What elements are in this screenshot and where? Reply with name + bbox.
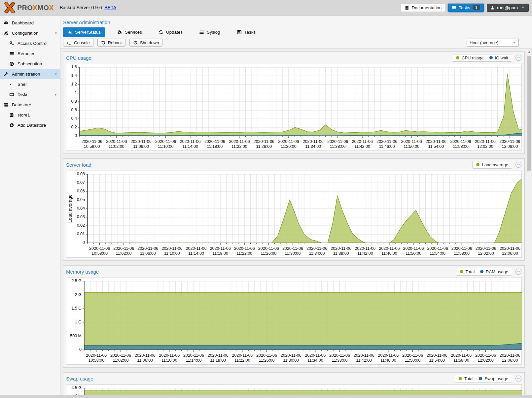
svg-text:2020-11-06: 2020-11-06 xyxy=(208,353,229,358)
collapse-panel-icon[interactable] xyxy=(515,54,522,61)
collapse-panel-icon[interactable] xyxy=(515,161,522,168)
svg-text:2020-11-06: 2020-11-06 xyxy=(331,246,351,251)
svg-text:2020-11-06: 2020-11-06 xyxy=(89,246,110,251)
database-icon xyxy=(9,113,15,117)
svg-text:11:14:00: 11:14:00 xyxy=(188,251,204,256)
svg-text:2020-11-06: 2020-11-06 xyxy=(204,139,225,144)
svg-text:2020-11-06: 2020-11-06 xyxy=(305,353,326,358)
button-label: Console xyxy=(74,40,90,45)
app-window: PROXMOX Backup Server 0.9-6 BETA Documen… xyxy=(0,0,532,398)
svg-text:0.05: 0.05 xyxy=(77,197,85,202)
reboot-icon xyxy=(101,40,106,45)
sidebar-item-administration[interactable]: Administration▾ xyxy=(0,69,60,79)
sidebar-item-disks[interactable]: Disks▸ xyxy=(0,89,60,100)
svg-text:2020-11-06: 2020-11-06 xyxy=(329,353,350,358)
chevron-down-icon[interactable]: ▾ xyxy=(55,31,57,35)
tab-updates[interactable]: Updates xyxy=(154,27,187,37)
gears-icon xyxy=(117,30,122,35)
tab-syslog[interactable]: Syslog xyxy=(195,27,225,37)
svg-text:2020-11-06: 2020-11-06 xyxy=(426,139,446,144)
sidebar-item-store1[interactable]: store1 xyxy=(0,110,60,120)
reboot-button[interactable]: Reboot xyxy=(97,39,125,47)
svg-text:2020-11-06: 2020-11-06 xyxy=(500,353,520,358)
tab-serverstatus[interactable]: ServerStatus xyxy=(63,27,105,37)
chart-svg: 0500 M1 G1.5 G2 G2.5 G2020-11-0610:58:00… xyxy=(66,278,522,364)
proxmox-logo-icon xyxy=(3,2,16,14)
svg-text:11:38:00: 11:38:00 xyxy=(330,144,346,149)
sidebar-item-shell[interactable]: >_Shell xyxy=(0,79,60,89)
chevron-down-icon xyxy=(512,41,516,45)
svg-text:1.6: 1.6 xyxy=(71,65,77,69)
svg-text:2020-11-06: 2020-11-06 xyxy=(161,246,182,251)
legend-dot-icon xyxy=(456,56,459,59)
chart-svg: 00.20.40.60.811.21.41.62020-11-0610:58:0… xyxy=(66,64,522,150)
svg-text:11:46:00: 11:46:00 xyxy=(380,358,396,363)
chart-area: 00.20.40.60.811.21.41.62020-11-0610:58:0… xyxy=(66,64,522,151)
legend-dot-icon xyxy=(489,56,493,59)
sidebar-item-dashboard[interactable]: Dashboard xyxy=(0,18,60,28)
shutdown-button[interactable]: Shutdown xyxy=(129,39,163,47)
svg-text:11:50:00: 11:50:00 xyxy=(406,251,421,256)
legend-label: Total xyxy=(464,376,473,381)
toolbar: >_ConsoleRebootShutdown Hour (average) xyxy=(60,37,532,49)
tab-tasks[interactable]: Tasks xyxy=(232,27,260,37)
tab-label: Services xyxy=(125,30,142,35)
svg-text:11:22:00: 11:22:00 xyxy=(231,144,247,149)
legend-item-total[interactable]: Total xyxy=(459,376,473,381)
proxmox-logo: PROXMOX xyxy=(3,2,54,14)
page-title: Server Administration xyxy=(63,19,532,25)
tab-label: ServerStatus xyxy=(75,30,101,35)
svg-text:2020-11-06: 2020-11-06 xyxy=(232,353,253,358)
chevron-right-icon[interactable]: ▸ xyxy=(55,92,57,97)
collapse-panel-icon[interactable] xyxy=(515,268,522,275)
svg-text:2020-11-06: 2020-11-06 xyxy=(401,139,422,144)
svg-text:12:06:00: 12:06:00 xyxy=(502,144,518,149)
tasks-icon xyxy=(237,30,242,35)
svg-text:0.6: 0.6 xyxy=(71,108,77,112)
sidebar-item-label: store1 xyxy=(18,113,30,117)
sidebar-item-configuration[interactable]: Configuration▾ xyxy=(0,28,60,38)
sidebar-item-remotes[interactable]: Remotes xyxy=(0,49,60,59)
legend-item-total[interactable]: Total xyxy=(460,269,475,274)
documentation-button[interactable]: Documentation xyxy=(401,4,445,12)
collapse-panel-icon[interactable] xyxy=(515,375,522,382)
legend-item-load-average[interactable]: Load average xyxy=(476,162,508,167)
sidebar-item-label: Subscription xyxy=(18,61,42,66)
svg-text:2020-11-06: 2020-11-06 xyxy=(475,139,496,144)
beta-link[interactable]: BETA xyxy=(105,5,117,10)
tab-services[interactable]: Services xyxy=(113,27,146,37)
chevron-down-icon[interactable]: ▾ xyxy=(55,72,57,76)
scrollbar-thumb[interactable] xyxy=(527,56,531,171)
legend-item-cpu-usage[interactable]: CPU usage xyxy=(456,55,483,60)
sidebar-item-datastore[interactable]: Datastore xyxy=(0,100,60,110)
svg-text:0.07: 0.07 xyxy=(77,180,85,185)
svg-text:2020-11-06: 2020-11-06 xyxy=(427,353,447,358)
sidebar-item-access-control[interactable]: Access Control xyxy=(0,38,60,49)
hdd-icon xyxy=(9,92,15,97)
legend-item-ram-usage[interactable]: RAM usage xyxy=(480,269,508,274)
scroll-up-arrow-icon[interactable] xyxy=(527,51,532,55)
legend-item-io-wait[interactable]: IO wait xyxy=(489,55,508,60)
time-range-select[interactable]: Hour (average) xyxy=(467,39,519,47)
svg-text:2020-11-06: 2020-11-06 xyxy=(135,353,156,358)
svg-text:2020-11-06: 2020-11-06 xyxy=(183,353,204,358)
svg-text:>_: >_ xyxy=(9,83,13,86)
legend-label: Total xyxy=(466,269,475,274)
legend-item-swap-usage[interactable]: Swap usage xyxy=(479,376,508,381)
legend-dot-icon xyxy=(480,270,483,273)
sidebar-item-subscription[interactable]: Subscription xyxy=(0,59,60,69)
svg-text:2020-11-06: 2020-11-06 xyxy=(180,139,200,144)
tasks-button[interactable]: Tasks 1 xyxy=(448,4,483,12)
console-button[interactable]: >_Console xyxy=(63,39,93,47)
documentation-label: Documentation xyxy=(411,5,442,10)
vertical-scrollbar[interactable] xyxy=(527,50,532,394)
sidebar-item-add-datastore[interactable]: Add Datastore xyxy=(0,120,60,130)
svg-text:11:38:00: 11:38:00 xyxy=(333,251,349,256)
svg-text:2020-11-06: 2020-11-06 xyxy=(450,139,471,144)
user-menu-button[interactable]: root@pam xyxy=(487,4,529,12)
svg-text:2020-11-06: 2020-11-06 xyxy=(475,353,496,358)
tab-label: Syslog xyxy=(207,30,220,35)
svg-text:11:06:00: 11:06:00 xyxy=(137,358,153,363)
legend-label: CPU usage xyxy=(462,55,483,60)
svg-text:0: 0 xyxy=(79,347,82,352)
